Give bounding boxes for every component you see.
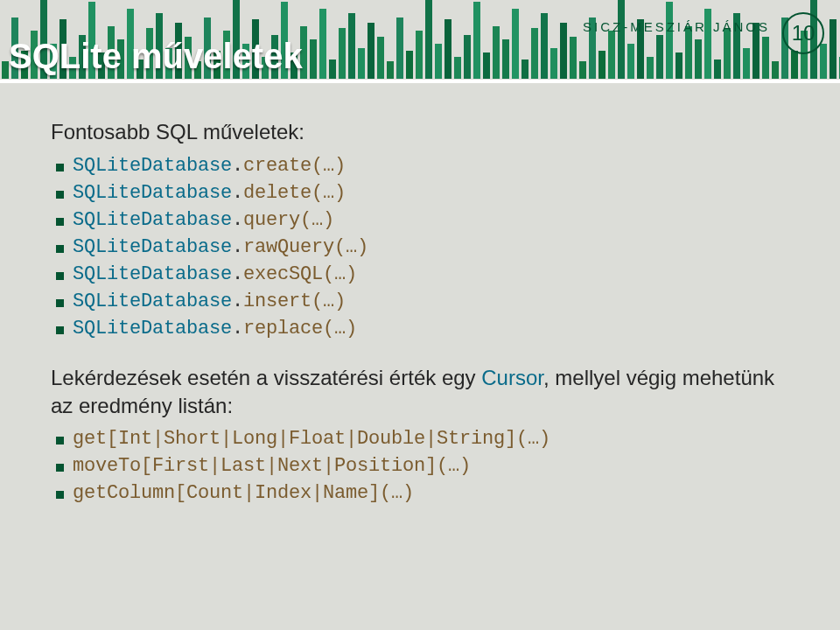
code-text: SQLiteDatabase.create(…) <box>73 153 346 178</box>
decor-bar <box>464 35 471 79</box>
decor-bar <box>695 39 702 79</box>
bullet-icon <box>56 464 64 472</box>
sql-operations-list: SQLiteDatabase.create(…)SQLiteDatabase.d… <box>56 153 789 341</box>
code-text: getColumn[Count|Index|Name](…) <box>73 480 414 506</box>
decor-bar <box>406 51 413 79</box>
decor-bar <box>377 37 384 79</box>
decor-bar <box>396 18 403 79</box>
decor-bar <box>435 44 442 79</box>
decor-bar <box>656 35 663 79</box>
bullet-icon <box>56 326 64 334</box>
decor-bar <box>348 13 355 79</box>
decor-bar <box>368 23 374 79</box>
decor-bar <box>560 23 567 79</box>
decor-bar <box>522 60 528 79</box>
decor-bar <box>714 60 721 79</box>
decor-bar <box>339 28 346 79</box>
decor-bar <box>512 9 519 79</box>
decor-bar <box>627 44 634 79</box>
content-area: Fontosabb SQL műveletek: SQLiteDatabase.… <box>0 83 840 506</box>
list-item: SQLiteDatabase.delete(…) <box>56 180 789 206</box>
decor-bar <box>830 19 836 79</box>
code-text: SQLiteDatabase.replace(…) <box>73 316 357 341</box>
code-text: get[Int|Short|Long|Float|Double|String](… <box>73 426 550 452</box>
decor-bar <box>772 61 779 79</box>
decor-bar <box>493 26 500 79</box>
list-item: moveTo[First|Last|Next|Position](…) <box>56 453 789 479</box>
list-item: get[Int|Short|Long|Float|Double|String](… <box>56 426 789 452</box>
list-item: SQLiteDatabase.insert(…) <box>56 289 789 314</box>
code-text: SQLiteDatabase.insert(…) <box>73 289 346 314</box>
decor-bar <box>387 61 394 79</box>
cursor-methods-list: get[Int|Short|Long|Float|Double|String](… <box>56 426 789 506</box>
code-text: SQLiteDatabase.query(…) <box>73 207 334 233</box>
bullet-icon <box>56 191 64 199</box>
decor-bar <box>310 39 317 79</box>
bullet-icon <box>56 245 64 253</box>
decor-bar <box>454 57 461 79</box>
decor-bar <box>541 13 548 79</box>
code-text: SQLiteDatabase.rawQuery(…) <box>73 234 368 260</box>
code-text: moveTo[First|Last|Next|Position](…) <box>73 453 471 479</box>
cursor-word: Cursor <box>481 366 543 389</box>
decor-bar <box>791 51 798 79</box>
bullet-icon <box>56 218 64 226</box>
decor-bar <box>647 57 654 79</box>
bullet-icon <box>56 272 64 280</box>
section2-paragraph: Lekérdezések esetén a visszatérési érték… <box>51 364 789 419</box>
code-text: SQLiteDatabase.delete(…) <box>73 180 346 206</box>
decor-bar <box>743 48 750 79</box>
decor-bar <box>329 60 336 79</box>
decor-bar <box>550 48 557 79</box>
decor-bar <box>416 31 423 79</box>
decor-bar <box>570 37 577 79</box>
page-title: SQLite műveletek <box>9 37 303 76</box>
list-item: getColumn[Count|Index|Name](…) <box>56 480 789 506</box>
list-item: SQLiteDatabase.execSQL(…) <box>56 262 789 287</box>
decor-bar <box>319 9 326 79</box>
bullet-icon <box>56 164 64 172</box>
decor-bar <box>502 39 509 79</box>
decor-bar <box>2 61 9 79</box>
list-item: SQLiteDatabase.create(…) <box>56 153 789 178</box>
decor-bar <box>676 52 682 79</box>
decor-bar <box>618 0 625 79</box>
decor-bar <box>762 37 769 79</box>
para-pre: Lekérdezések esetén a visszatérési érték… <box>51 366 481 389</box>
decor-bar <box>608 31 615 79</box>
decor-bar <box>685 26 692 79</box>
decor-bar <box>598 51 606 79</box>
decor-bar <box>724 28 731 79</box>
decor-bar <box>483 52 490 79</box>
decor-bar <box>579 61 586 79</box>
list-item: SQLiteDatabase.query(…) <box>56 207 789 233</box>
decor-bar <box>425 0 432 79</box>
author-name: SICZ-MESZIÁR JÁNOS <box>583 19 770 34</box>
bullet-icon <box>56 437 64 444</box>
section1-heading: Fontosabb SQL műveletek: <box>51 118 789 146</box>
page-number-badge: 10 <box>782 12 824 54</box>
bullet-icon <box>56 299 64 307</box>
decor-bar <box>444 19 452 79</box>
decor-bar <box>820 44 827 79</box>
decor-bar <box>666 2 673 79</box>
bullet-icon <box>56 491 64 499</box>
list-item: SQLiteDatabase.rawQuery(…) <box>56 234 789 260</box>
decor-bar <box>531 28 538 79</box>
code-text: SQLiteDatabase.execSQL(…) <box>73 262 357 287</box>
decor-bar <box>358 48 365 79</box>
list-item: SQLiteDatabase.replace(…) <box>56 316 789 341</box>
decor-bar <box>473 2 480 79</box>
